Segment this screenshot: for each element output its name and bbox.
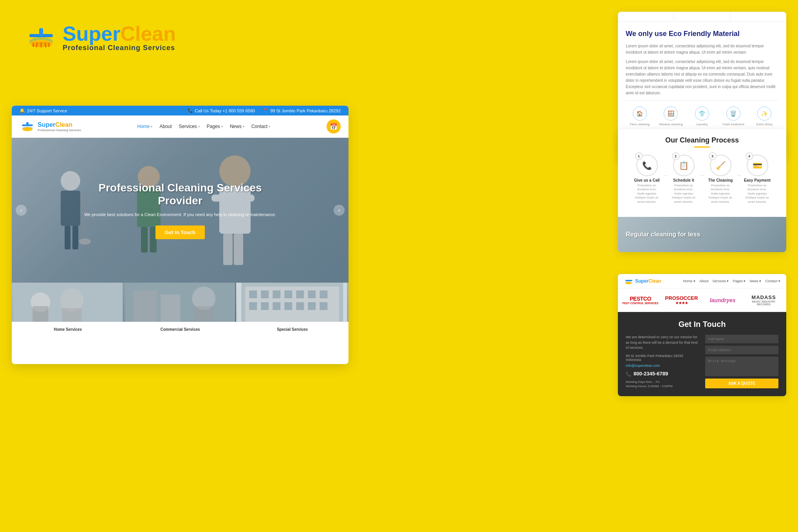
svg-rect-16 — [65, 226, 70, 249]
carousel-prev-button[interactable]: ‹ — [16, 205, 27, 216]
floor-cleaning-label: Floor cleaning — [630, 123, 650, 126]
service-thumb-commercial[interactable]: Commercial Services — [124, 283, 237, 334]
service-thumb-home[interactable]: Home Services — [12, 283, 124, 334]
nav-about[interactable]: About — [159, 124, 172, 129]
carousel-next-button[interactable]: › — [334, 205, 345, 216]
brand-prosoccer: PROSOCCER ★★★★ — [663, 295, 700, 305]
logo-area: SuperClean Profesional Cleaning Services — [23, 23, 211, 52]
hero-title: Professional Cleaning Services Provider — [82, 181, 278, 207]
svg-rect-34 — [62, 308, 81, 322]
logo-clean: Clean — [120, 22, 176, 45]
contact-title: Get In Touch — [626, 320, 778, 329]
process-step-3-desc: Praesellus ac tincidunt eros. Nulla eges… — [707, 184, 734, 204]
svg-rect-53 — [285, 302, 292, 310]
svg-rect-43 — [249, 290, 257, 298]
svg-point-19 — [79, 238, 91, 245]
process-step-4-label: Easy Payment — [744, 178, 771, 182]
contact-hours-2: Working Hours: 8:00AM - 5:00PM — [626, 384, 699, 388]
svg-rect-46 — [285, 290, 292, 298]
panel-tab-2[interactable] — [674, 12, 730, 21]
process-title: Our Cleaning Process — [626, 136, 778, 144]
svg-point-14 — [61, 171, 80, 191]
contact-info-text: We are determined to carry on our missio… — [626, 335, 699, 351]
phone-icon: 📞 — [188, 108, 193, 113]
contact-hours-1: Working Days Mon. - Fri. — [626, 380, 699, 384]
svg-rect-50 — [249, 302, 257, 310]
service-home-label: Home Services — [12, 325, 124, 334]
process-step-4-desc: Praesellus ac tincidunt eros. Nulla eges… — [744, 184, 771, 204]
phone-item: 📞 Call Us Today +1 800 559 6580 — [188, 108, 255, 113]
pbm-contact[interactable]: Contact ▾ — [765, 279, 780, 283]
service-special-label: Special Services — [236, 325, 348, 334]
svg-rect-48 — [308, 290, 316, 298]
contact-form[interactable]: ASK A QUOTE — [705, 335, 779, 388]
phone-text: Call Us Today +1 800 559 6580 — [195, 108, 255, 113]
panel-eco-text1: Lorem ipsum dolor sit amet, consectetur … — [626, 43, 778, 56]
svg-rect-12 — [26, 122, 29, 126]
phone-icon-contact: 📞 — [626, 371, 632, 377]
calendar-button[interactable]: 📅 — [327, 119, 341, 133]
process-step-1-num: 1 — [635, 152, 643, 160]
nav-contact[interactable]: Contact ▾ — [251, 124, 270, 129]
contact-phone: 800-2345-6789 — [634, 371, 668, 377]
contact-submit-button[interactable]: ASK A QUOTE — [705, 379, 779, 388]
pbm-pages[interactable]: Pages ▾ — [733, 279, 746, 283]
hero-content: Professional Cleaning Services Provider … — [82, 181, 278, 240]
floor-cleaning-icon: 🏠 — [633, 106, 647, 121]
nav-services[interactable]: Services ▾ — [179, 124, 200, 129]
logo-icon — [23, 24, 59, 52]
process-step-3-circle: 3 🧹 — [710, 155, 731, 176]
panel-bottom-menu: Home ▾ About Services ▾ Pages ▾ News ▾ C… — [683, 279, 780, 283]
contact-section: Get In Touch We are determined to carry … — [618, 312, 786, 396]
process-underline — [694, 146, 710, 148]
pbm-news[interactable]: News ▾ — [749, 279, 761, 283]
svg-point-59 — [625, 282, 632, 284]
brand-logos: PESTCO PEST CONTROL SERVICES PROSOCCER ★… — [618, 289, 786, 312]
pbm-home[interactable]: Home ▾ — [683, 279, 695, 283]
trash-label: Trash treatment — [722, 123, 744, 126]
service-thumb-special[interactable]: Special Services — [236, 283, 348, 334]
nav-news[interactable]: News ▾ — [230, 124, 244, 129]
brand-pestco: PESTCO PEST CONTROL SERVICES — [622, 296, 659, 305]
window-cleaning-icon: 🪟 — [664, 106, 678, 121]
topbar-right: 📞 Call Us Today +1 800 559 6580 📍 99 St … — [188, 108, 341, 113]
process-step-4-num: 4 — [746, 152, 753, 160]
nav-menu: Home ▾ About Services ▾ Pages ▾ News ▾ C… — [137, 124, 270, 129]
panel-eco-heading: We only use Eco Friendly Material — [626, 29, 778, 38]
support-text: 24/7 Support Service — [27, 108, 67, 113]
nav-home[interactable]: Home ▾ — [137, 124, 152, 129]
svg-rect-58 — [625, 280, 632, 281]
svg-point-13 — [22, 127, 32, 131]
pbm-about[interactable]: About — [699, 279, 709, 283]
laundry-label: Laundry — [697, 123, 708, 126]
eco-icon-trash: 🗑️ Trash treatment — [719, 106, 747, 126]
process-step-3: 3 🧹 The Cleaning Praesellus ac tincidunt… — [707, 155, 734, 204]
contact-email-input[interactable] — [705, 346, 779, 354]
contact-email: info@superclean.com — [626, 364, 699, 368]
laundry-icon: 👕 — [695, 106, 709, 121]
process-step-2-num: 2 — [672, 152, 680, 160]
window-cleaning-label: Window cleaning — [659, 123, 682, 126]
svg-rect-37 — [161, 294, 180, 322]
process-step-2-label: Schedule it — [673, 178, 694, 182]
logo-subtitle: Profesional Cleaning Services — [63, 44, 176, 52]
svg-rect-17 — [72, 226, 78, 249]
contact-address: 99 St Jomblo Park Pekanbaru 28292 Indone… — [626, 354, 699, 362]
panel-contact: SuperClean Home ▾ About Services ▾ Pages… — [618, 274, 786, 396]
contact-fullname-input[interactable] — [705, 335, 779, 343]
pbm-services[interactable]: Services ▾ — [712, 279, 729, 283]
process-bottom-text: Regular cleaning for less — [626, 231, 700, 238]
nav-pages[interactable]: Pages ▾ — [207, 124, 223, 129]
panel-tab-3[interactable] — [730, 12, 786, 21]
process-step-3-num: 3 — [709, 152, 717, 160]
svg-rect-55 — [308, 302, 316, 310]
process-step-1-circle: 1 📞 — [636, 155, 658, 176]
brand-laundryes: laundryes — [704, 297, 741, 303]
panel-tab-1[interactable] — [618, 12, 674, 21]
contact-message-input[interactable] — [705, 357, 779, 376]
address-item: 📍 99 St Jomblo Park Pekanbaru 28292 — [263, 108, 341, 113]
process-step-2-desc: Praesellus ac tincidunt eros. Nulla eges… — [670, 184, 697, 204]
process-arrow-2: → — [699, 172, 705, 179]
hero-cta-button[interactable]: Get in Touch — [155, 225, 205, 239]
support-icon: 🔔 — [20, 108, 25, 113]
